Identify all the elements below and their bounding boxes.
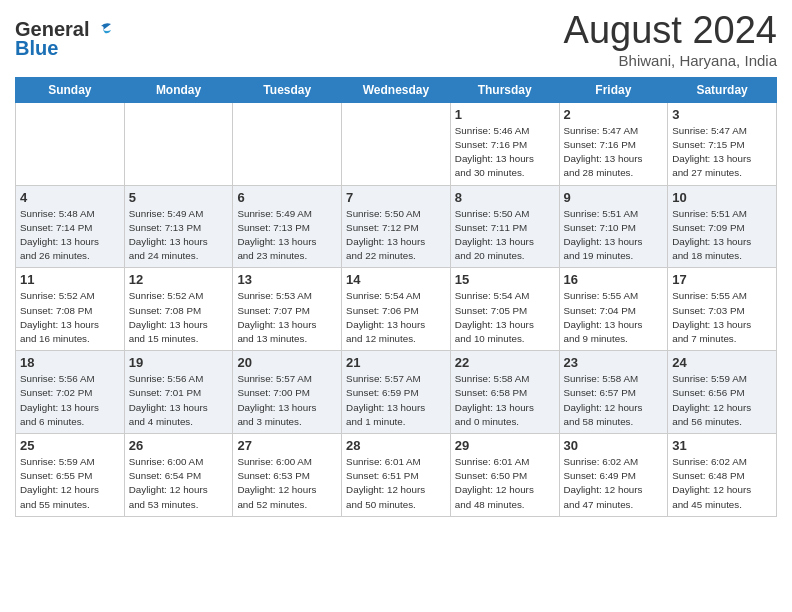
calendar-cell: 11Sunrise: 5:52 AM Sunset: 7:08 PM Dayli… xyxy=(16,268,125,351)
weekday-header-friday: Friday xyxy=(559,77,668,102)
calendar-cell: 16Sunrise: 5:55 AM Sunset: 7:04 PM Dayli… xyxy=(559,268,668,351)
day-number: 11 xyxy=(20,272,120,287)
day-number: 8 xyxy=(455,190,555,205)
day-info: Sunrise: 5:56 AM Sunset: 7:02 PM Dayligh… xyxy=(20,372,120,429)
day-number: 6 xyxy=(237,190,337,205)
calendar-cell: 31Sunrise: 6:02 AM Sunset: 6:48 PM Dayli… xyxy=(668,434,777,517)
logo-blue: Blue xyxy=(15,37,58,60)
calendar-cell: 21Sunrise: 5:57 AM Sunset: 6:59 PM Dayli… xyxy=(342,351,451,434)
week-row-4: 18Sunrise: 5:56 AM Sunset: 7:02 PM Dayli… xyxy=(16,351,777,434)
day-info: Sunrise: 5:57 AM Sunset: 6:59 PM Dayligh… xyxy=(346,372,446,429)
week-row-3: 11Sunrise: 5:52 AM Sunset: 7:08 PM Dayli… xyxy=(16,268,777,351)
location-subtitle: Bhiwani, Haryana, India xyxy=(564,52,777,69)
week-row-2: 4Sunrise: 5:48 AM Sunset: 7:14 PM Daylig… xyxy=(16,185,777,268)
calendar-cell: 18Sunrise: 5:56 AM Sunset: 7:02 PM Dayli… xyxy=(16,351,125,434)
day-info: Sunrise: 5:58 AM Sunset: 6:57 PM Dayligh… xyxy=(564,372,664,429)
month-title: August 2024 xyxy=(564,10,777,52)
day-number: 1 xyxy=(455,107,555,122)
calendar-cell: 28Sunrise: 6:01 AM Sunset: 6:51 PM Dayli… xyxy=(342,434,451,517)
day-number: 7 xyxy=(346,190,446,205)
calendar-cell: 14Sunrise: 5:54 AM Sunset: 7:06 PM Dayli… xyxy=(342,268,451,351)
calendar-cell: 17Sunrise: 5:55 AM Sunset: 7:03 PM Dayli… xyxy=(668,268,777,351)
header: General Blue August 2024 Bhiwani, Haryan… xyxy=(15,10,777,69)
day-info: Sunrise: 5:57 AM Sunset: 7:00 PM Dayligh… xyxy=(237,372,337,429)
calendar-cell: 8Sunrise: 5:50 AM Sunset: 7:11 PM Daylig… xyxy=(450,185,559,268)
day-info: Sunrise: 5:55 AM Sunset: 7:04 PM Dayligh… xyxy=(564,289,664,346)
day-number: 20 xyxy=(237,355,337,370)
day-info: Sunrise: 5:51 AM Sunset: 7:10 PM Dayligh… xyxy=(564,207,664,264)
day-number: 10 xyxy=(672,190,772,205)
day-number: 2 xyxy=(564,107,664,122)
day-info: Sunrise: 6:00 AM Sunset: 6:54 PM Dayligh… xyxy=(129,455,229,512)
day-number: 4 xyxy=(20,190,120,205)
weekday-header-thursday: Thursday xyxy=(450,77,559,102)
day-number: 26 xyxy=(129,438,229,453)
weekday-header-wednesday: Wednesday xyxy=(342,77,451,102)
calendar-cell: 3Sunrise: 5:47 AM Sunset: 7:15 PM Daylig… xyxy=(668,102,777,185)
weekday-header-monday: Monday xyxy=(124,77,233,102)
day-info: Sunrise: 5:51 AM Sunset: 7:09 PM Dayligh… xyxy=(672,207,772,264)
week-row-5: 25Sunrise: 5:59 AM Sunset: 6:55 PM Dayli… xyxy=(16,434,777,517)
week-row-1: 1Sunrise: 5:46 AM Sunset: 7:16 PM Daylig… xyxy=(16,102,777,185)
calendar-cell xyxy=(16,102,125,185)
calendar-cell: 10Sunrise: 5:51 AM Sunset: 7:09 PM Dayli… xyxy=(668,185,777,268)
day-number: 5 xyxy=(129,190,229,205)
calendar-cell: 4Sunrise: 5:48 AM Sunset: 7:14 PM Daylig… xyxy=(16,185,125,268)
calendar-cell: 24Sunrise: 5:59 AM Sunset: 6:56 PM Dayli… xyxy=(668,351,777,434)
calendar-cell: 19Sunrise: 5:56 AM Sunset: 7:01 PM Dayli… xyxy=(124,351,233,434)
day-info: Sunrise: 6:00 AM Sunset: 6:53 PM Dayligh… xyxy=(237,455,337,512)
day-info: Sunrise: 5:54 AM Sunset: 7:05 PM Dayligh… xyxy=(455,289,555,346)
day-info: Sunrise: 5:49 AM Sunset: 7:13 PM Dayligh… xyxy=(237,207,337,264)
weekday-header-saturday: Saturday xyxy=(668,77,777,102)
day-info: Sunrise: 5:49 AM Sunset: 7:13 PM Dayligh… xyxy=(129,207,229,264)
day-number: 12 xyxy=(129,272,229,287)
day-info: Sunrise: 5:47 AM Sunset: 7:15 PM Dayligh… xyxy=(672,124,772,181)
day-info: Sunrise: 5:52 AM Sunset: 7:08 PM Dayligh… xyxy=(129,289,229,346)
calendar-cell: 29Sunrise: 6:01 AM Sunset: 6:50 PM Dayli… xyxy=(450,434,559,517)
day-info: Sunrise: 6:01 AM Sunset: 6:50 PM Dayligh… xyxy=(455,455,555,512)
day-number: 16 xyxy=(564,272,664,287)
day-number: 29 xyxy=(455,438,555,453)
day-info: Sunrise: 5:56 AM Sunset: 7:01 PM Dayligh… xyxy=(129,372,229,429)
day-info: Sunrise: 6:01 AM Sunset: 6:51 PM Dayligh… xyxy=(346,455,446,512)
day-info: Sunrise: 5:50 AM Sunset: 7:12 PM Dayligh… xyxy=(346,207,446,264)
calendar-cell: 6Sunrise: 5:49 AM Sunset: 7:13 PM Daylig… xyxy=(233,185,342,268)
day-number: 19 xyxy=(129,355,229,370)
day-number: 31 xyxy=(672,438,772,453)
calendar-cell xyxy=(233,102,342,185)
day-info: Sunrise: 5:59 AM Sunset: 6:55 PM Dayligh… xyxy=(20,455,120,512)
day-info: Sunrise: 5:55 AM Sunset: 7:03 PM Dayligh… xyxy=(672,289,772,346)
calendar-cell: 9Sunrise: 5:51 AM Sunset: 7:10 PM Daylig… xyxy=(559,185,668,268)
day-info: Sunrise: 6:02 AM Sunset: 6:48 PM Dayligh… xyxy=(672,455,772,512)
day-number: 18 xyxy=(20,355,120,370)
day-number: 3 xyxy=(672,107,772,122)
day-info: Sunrise: 5:54 AM Sunset: 7:06 PM Dayligh… xyxy=(346,289,446,346)
day-number: 9 xyxy=(564,190,664,205)
calendar-cell: 23Sunrise: 5:58 AM Sunset: 6:57 PM Dayli… xyxy=(559,351,668,434)
day-info: Sunrise: 5:46 AM Sunset: 7:16 PM Dayligh… xyxy=(455,124,555,181)
calendar-cell: 25Sunrise: 5:59 AM Sunset: 6:55 PM Dayli… xyxy=(16,434,125,517)
day-number: 15 xyxy=(455,272,555,287)
day-info: Sunrise: 5:53 AM Sunset: 7:07 PM Dayligh… xyxy=(237,289,337,346)
day-number: 21 xyxy=(346,355,446,370)
calendar-cell: 2Sunrise: 5:47 AM Sunset: 7:16 PM Daylig… xyxy=(559,102,668,185)
weekday-header-sunday: Sunday xyxy=(16,77,125,102)
calendar-cell xyxy=(124,102,233,185)
day-number: 14 xyxy=(346,272,446,287)
day-number: 30 xyxy=(564,438,664,453)
day-number: 27 xyxy=(237,438,337,453)
calendar-cell xyxy=(342,102,451,185)
calendar-cell: 7Sunrise: 5:50 AM Sunset: 7:12 PM Daylig… xyxy=(342,185,451,268)
calendar-cell: 13Sunrise: 5:53 AM Sunset: 7:07 PM Dayli… xyxy=(233,268,342,351)
day-number: 13 xyxy=(237,272,337,287)
day-info: Sunrise: 5:58 AM Sunset: 6:58 PM Dayligh… xyxy=(455,372,555,429)
calendar-cell: 1Sunrise: 5:46 AM Sunset: 7:16 PM Daylig… xyxy=(450,102,559,185)
calendar-cell: 20Sunrise: 5:57 AM Sunset: 7:00 PM Dayli… xyxy=(233,351,342,434)
day-number: 25 xyxy=(20,438,120,453)
logo: General Blue xyxy=(15,10,113,60)
calendar-cell: 12Sunrise: 5:52 AM Sunset: 7:08 PM Dayli… xyxy=(124,268,233,351)
calendar-cell: 5Sunrise: 5:49 AM Sunset: 7:13 PM Daylig… xyxy=(124,185,233,268)
day-number: 23 xyxy=(564,355,664,370)
day-info: Sunrise: 5:48 AM Sunset: 7:14 PM Dayligh… xyxy=(20,207,120,264)
day-info: Sunrise: 5:59 AM Sunset: 6:56 PM Dayligh… xyxy=(672,372,772,429)
